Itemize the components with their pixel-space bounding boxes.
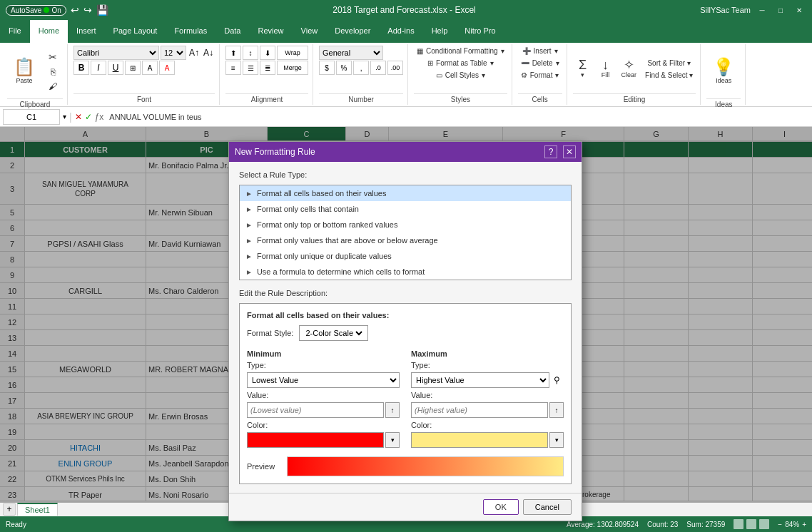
autosum-button[interactable]: Σ ▾ [573, 57, 593, 81]
max-value-picker-button[interactable]: ↑ [549, 402, 564, 418]
tab-insert[interactable]: Insert [68, 20, 105, 43]
new-formatting-rule-dialog: New Formatting Rule ? ✕ Select a Rule Ty… [228, 141, 582, 521]
align-middle-icon[interactable]: ↕ [243, 46, 258, 60]
format-cells-button[interactable]: ⚙ Format ▾ [518, 70, 562, 81]
insert-function-icon[interactable]: ƒx [95, 112, 104, 122]
bold-button[interactable]: B [73, 61, 89, 75]
zoom-in-button[interactable]: + [802, 521, 806, 528]
title-bar-right: SillYSac Team ─ □ ✕ [700, 4, 806, 16]
rule-item-4[interactable]: ► Format only values that are above or b… [240, 232, 571, 248]
cancel-button[interactable]: Cancel [523, 499, 572, 515]
tab-help[interactable]: Help [423, 20, 457, 43]
undo-icon[interactable]: ↩ [71, 4, 79, 16]
comma-icon[interactable]: , [353, 61, 369, 75]
cell-styles-button[interactable]: ▭ Cell Styles ▾ [433, 70, 488, 81]
sort-filter-button[interactable]: Sort & Filter ▾ [642, 58, 696, 68]
ribbon-group-clipboard: 📋 Paste ✂ ⎘ 🖌 Clipboard [3, 44, 68, 105]
cancel-formula-icon[interactable]: ✕ [75, 112, 82, 122]
conditional-formatting-button[interactable]: ▦ Conditional Formatting ▾ [414, 46, 507, 56]
minimize-button[interactable]: ─ [755, 4, 769, 16]
quick-save-icon[interactable]: 💾 [96, 4, 108, 16]
decrease-decimal-icon[interactable]: .00 [387, 61, 403, 75]
max-color-dropdown[interactable]: ▾ [549, 432, 564, 448]
increase-decimal-icon[interactable]: .0 [370, 61, 386, 75]
tab-view[interactable]: View [293, 20, 327, 43]
delete-cells-button[interactable]: ➖ Delete ▾ [518, 58, 562, 68]
currency-icon[interactable]: $ [319, 61, 335, 75]
format-as-table-button[interactable]: ⊞ Format as Table ▾ [425, 58, 497, 68]
tab-developer[interactable]: Developer [326, 20, 379, 43]
tab-page-layout[interactable]: Page Layout [105, 20, 166, 43]
font-label: Font [73, 93, 215, 103]
min-value-picker-button[interactable]: ↑ [385, 402, 400, 418]
max-type-select[interactable]: Lowest Value Highest Value Number Percen… [411, 372, 549, 388]
tab-review[interactable]: Review [249, 20, 292, 43]
min-value-input[interactable] [247, 402, 384, 418]
dialog-help-button[interactable]: ? [544, 145, 557, 158]
max-value-input[interactable] [411, 402, 548, 418]
font-size-select[interactable]: 12 [161, 46, 186, 60]
align-center-icon[interactable]: ☰ [243, 61, 258, 75]
insert-cells-button[interactable]: ➕ Insert ▾ [519, 46, 561, 56]
paste-button[interactable]: 📋 Paste [7, 46, 41, 97]
ok-button[interactable]: OK [483, 499, 519, 515]
rule-item-5[interactable]: ► Format only unique or duplicate values [240, 248, 571, 264]
ideas-button[interactable]: 💡 Ideas [706, 46, 741, 97]
formula-input[interactable] [106, 109, 809, 125]
redo-icon[interactable]: ↪ [83, 4, 92, 16]
align-left-icon[interactable]: ≡ [225, 61, 241, 75]
autosave-toggle[interactable]: AutoSave On [6, 5, 66, 16]
clear-button[interactable]: ✧ Clear [619, 57, 640, 81]
dialog-close-button[interactable]: ✕ [563, 145, 576, 158]
tab-add-ins[interactable]: Add-ins [379, 20, 422, 43]
maximize-button[interactable]: □ [773, 4, 788, 16]
confirm-formula-icon[interactable]: ✓ [85, 112, 92, 122]
normal-view-icon[interactable] [734, 519, 744, 529]
zoom-out-button[interactable]: − [778, 521, 782, 528]
underline-button[interactable]: U [108, 61, 123, 75]
fill-button[interactable]: ↓ Fill [596, 57, 616, 81]
rule-item-6[interactable]: ► Use a formula to determine which cells… [240, 264, 571, 280]
align-top-icon[interactable]: ⬆ [225, 46, 241, 60]
wrap-text-icon[interactable]: Wrap [277, 46, 308, 60]
min-color-dropdown[interactable]: ▾ [385, 432, 400, 448]
percent-icon[interactable]: % [336, 61, 352, 75]
page-layout-view-icon[interactable] [746, 519, 756, 529]
merge-center-icon[interactable]: Merge [277, 61, 308, 75]
copy-button[interactable]: ⎘ [43, 66, 63, 78]
format-style-select[interactable]: 2-Color Scale 3-Color Scale Data Bar Ico… [303, 328, 365, 338]
name-box[interactable] [3, 109, 60, 125]
min-type-select[interactable]: Lowest Value Number Percent Formula Perc… [247, 372, 400, 388]
tab-formulas[interactable]: Formulas [166, 20, 215, 43]
tab-home[interactable]: Home [30, 20, 68, 43]
font-family-select[interactable]: Calibri [73, 46, 159, 60]
rule-item-2[interactable]: ► Format only cells that contain [240, 201, 571, 217]
increase-font-icon[interactable]: A↑ [188, 47, 201, 58]
rule-arrow-6: ► [245, 268, 253, 276]
name-box-dropdown-icon[interactable]: ▾ [63, 113, 66, 121]
find-select-button[interactable]: Find & Select ▾ [642, 70, 696, 81]
sheet-tab-sheet1[interactable]: Sheet1 [17, 503, 58, 516]
rule-item-1[interactable]: ► Format all cells based on their values [240, 185, 571, 201]
font-color-icon[interactable]: A [159, 61, 175, 75]
max-color-box [411, 432, 548, 448]
number-label: Number [319, 93, 403, 103]
italic-button[interactable]: I [91, 61, 106, 75]
fill-color-icon[interactable]: A [142, 61, 158, 75]
max-type-picker[interactable]: ⚲ [551, 372, 564, 388]
align-bottom-icon[interactable]: ⬇ [260, 46, 275, 60]
tab-nitro[interactable]: Nitro Pro [456, 20, 504, 43]
format-painter-button[interactable]: 🖌 [43, 80, 63, 93]
page-break-view-icon[interactable] [759, 519, 769, 529]
number-format-select[interactable]: General [319, 46, 383, 60]
align-right-icon[interactable]: ≣ [260, 61, 275, 75]
add-sheet-button[interactable]: + [3, 503, 16, 516]
cut-button[interactable]: ✂ [43, 50, 63, 64]
decrease-font-icon[interactable]: A↓ [202, 47, 215, 58]
format-style-dropdown[interactable]: 2-Color Scale 3-Color Scale Data Bar Ico… [299, 325, 368, 341]
border-icon[interactable]: ⊞ [125, 61, 141, 75]
rule-item-3[interactable]: ► Format only top or bottom ranked value… [240, 217, 571, 232]
tab-data[interactable]: Data [215, 20, 249, 43]
tab-file[interactable]: File [0, 20, 30, 43]
close-button[interactable]: ✕ [792, 4, 806, 16]
